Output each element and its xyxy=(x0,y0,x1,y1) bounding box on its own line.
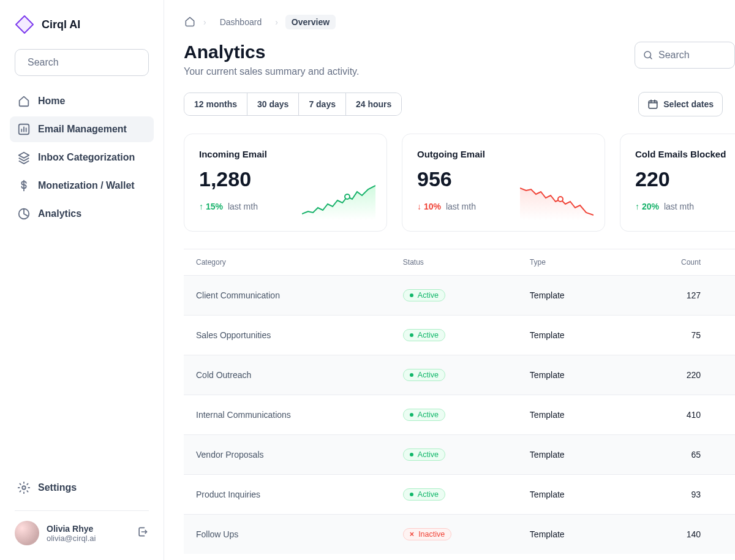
status-badge: Active xyxy=(403,369,445,381)
card-title: Cold Emails Blocked xyxy=(635,149,735,159)
user-email: olivia@cirql.ai xyxy=(47,534,129,543)
cell-type: Template xyxy=(518,276,620,316)
segment-12-months[interactable]: 12 months xyxy=(184,93,247,115)
table-row[interactable]: Client CommunicationActiveTemplate127 xyxy=(184,276,735,316)
table-row[interactable]: Follow Ups×InactiveTemplate140 xyxy=(184,515,735,554)
page-header: Analytics Your current sales summary and… xyxy=(184,42,735,77)
svg-point-7 xyxy=(558,197,563,202)
sidebar-item-analytics[interactable]: Analytics xyxy=(10,201,154,227)
cell-count: 220 xyxy=(620,355,735,395)
breadcrumb-step-dashboard[interactable]: Dashboard xyxy=(214,15,268,29)
pie-chart-icon xyxy=(17,207,31,221)
cell-category: Cold Outreach xyxy=(184,355,391,395)
cell-category: Sales Opportunities xyxy=(184,316,391,355)
select-dates-button[interactable]: Select dates xyxy=(638,92,723,116)
cell-count: 127 xyxy=(620,276,735,316)
cell-type: Template xyxy=(518,475,620,515)
table-row[interactable]: Sales OpportunitiesActiveTemplate75 xyxy=(184,316,735,355)
status-badge: Active xyxy=(403,289,445,301)
bar-chart-icon xyxy=(17,123,31,136)
card-value: 220 xyxy=(635,168,735,191)
sidebar-search-input[interactable] xyxy=(28,57,150,68)
cell-status: Active xyxy=(391,475,518,515)
sidebar-item-email-management[interactable]: Email Management xyxy=(10,116,154,142)
cell-type: Template xyxy=(518,355,620,395)
sidebar-search xyxy=(0,49,164,88)
status-badge: Active xyxy=(403,488,445,501)
controls-row: 12 months 30 days 7 days 24 hours Select… xyxy=(184,92,735,116)
cell-count: 93 xyxy=(620,475,735,515)
sidebar: Cirql AI Home Email Management Inbox Cat… xyxy=(0,0,164,560)
cell-status: Active xyxy=(391,276,518,316)
sidebar-item-home[interactable]: Home xyxy=(10,88,154,114)
delta-down: 10% xyxy=(417,202,441,211)
card-cold-emails-blocked: Cold Emails Blocked 220 20% last mth xyxy=(620,134,735,232)
table-row[interactable]: Product InquiriesActiveTemplate93 xyxy=(184,475,735,515)
badge-label: Active xyxy=(418,291,439,300)
status-badge: Active xyxy=(403,448,445,461)
card-incoming-email: Incoming Email 1,280 15% last mth xyxy=(184,134,387,232)
cell-count: 140 xyxy=(620,515,735,554)
brand: Cirql AI xyxy=(0,15,164,49)
x-icon: × xyxy=(410,530,414,539)
segment-7-days[interactable]: 7 days xyxy=(299,93,346,115)
segment-24-hours[interactable]: 24 hours xyxy=(346,93,401,115)
layers-icon xyxy=(17,151,31,164)
badge-label: Active xyxy=(418,490,439,499)
sidebar-item-label: Home xyxy=(38,96,65,107)
segment-30-days[interactable]: 30 days xyxy=(247,93,299,115)
sidebar-item-settings[interactable]: Settings xyxy=(0,475,164,501)
calendar-icon xyxy=(647,99,658,110)
card-outgoing-email: Outgoing Email 956 10% last mth xyxy=(402,134,605,232)
cell-status: Active xyxy=(391,355,518,395)
delta-period: last mth xyxy=(664,202,694,211)
cell-status: Active xyxy=(391,395,518,435)
dollar-icon xyxy=(17,179,31,192)
cell-status: Active xyxy=(391,316,518,355)
sparkline-up-icon xyxy=(302,183,375,220)
badge-label: Active xyxy=(418,331,439,339)
cell-category: Follow Ups xyxy=(184,515,391,554)
breadcrumb-home[interactable] xyxy=(184,15,196,29)
top-search-input[interactable] xyxy=(658,50,707,61)
delta-up: 20% xyxy=(635,202,659,211)
cell-category: Internal Communications xyxy=(184,395,391,435)
status-badge: Active xyxy=(403,329,445,341)
top-search-box[interactable] xyxy=(635,42,735,69)
delta-period: last mth xyxy=(228,202,258,211)
page-head-text: Analytics Your current sales summary and… xyxy=(184,42,359,77)
breadcrumb: › Dashboard › Overview xyxy=(184,15,735,29)
dot-icon xyxy=(410,493,413,496)
cell-status: Active xyxy=(391,435,518,475)
dot-icon xyxy=(410,293,413,297)
sidebar-nav: Home Email Management Inbox Categorizati… xyxy=(0,88,164,227)
avatar[interactable] xyxy=(15,521,39,545)
search-icon xyxy=(643,50,654,61)
dot-icon xyxy=(410,333,413,337)
sidebar-search-box[interactable] xyxy=(15,49,149,76)
table-row[interactable]: Internal CommunicationsActiveTemplate410 xyxy=(184,395,735,435)
page-title: Analytics xyxy=(184,42,359,62)
table-row[interactable]: Vendor ProposalsActiveTemplate65 xyxy=(184,435,735,475)
logout-button[interactable] xyxy=(137,526,149,540)
chevron-right-icon: › xyxy=(203,17,206,27)
chevron-right-icon: › xyxy=(275,17,278,27)
brand-name: Cirql AI xyxy=(42,18,80,31)
sidebar-item-label: Monetization / Wallet xyxy=(38,180,135,191)
sidebar-item-monetization[interactable]: Monetization / Wallet xyxy=(10,173,154,199)
card-title: Incoming Email xyxy=(199,149,372,159)
dot-icon xyxy=(410,373,413,377)
sidebar-item-inbox-categorization[interactable]: Inbox Categorization xyxy=(10,145,154,170)
badge-label: Active xyxy=(418,411,439,419)
select-dates-label: Select dates xyxy=(663,99,714,109)
cell-category: Client Communication xyxy=(184,276,391,316)
table-row[interactable]: Cold OutreachActiveTemplate220 xyxy=(184,355,735,395)
cell-category: Product Inquiries xyxy=(184,475,391,515)
th-type: Type xyxy=(518,249,620,276)
breadcrumb-step-overview[interactable]: Overview xyxy=(285,15,336,29)
page-subtitle: Your current sales summary and activity. xyxy=(184,66,359,77)
status-badge: ×Inactive xyxy=(403,528,451,540)
status-badge: Active xyxy=(403,409,445,421)
dot-icon xyxy=(410,413,413,417)
cell-status: ×Inactive xyxy=(391,515,518,554)
